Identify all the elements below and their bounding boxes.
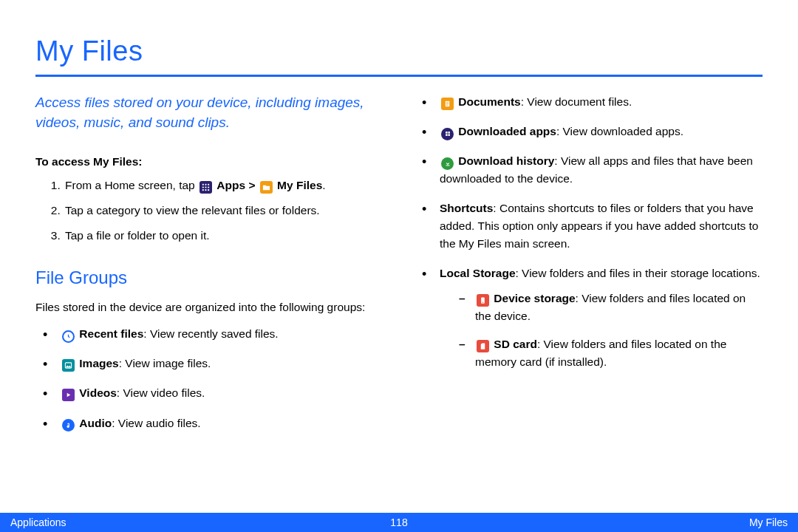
svg-point-1 [205, 184, 206, 185]
svg-point-5 [208, 187, 209, 188]
device-storage-label: Device storage [494, 292, 575, 304]
sd-card-label: SD card [494, 338, 537, 350]
document-page: My Files Access files stored on your dev… [0, 0, 798, 532]
svg-point-17 [482, 302, 483, 303]
video-icon [62, 389, 75, 401]
item-local-storage: Local Storage: View folders and files in… [426, 265, 763, 371]
page-title: My Files [35, 35, 763, 67]
item-videos: Videos: View video files. [47, 384, 383, 402]
footer-page-number: 118 [390, 516, 407, 528]
item-shortcuts: Shortcuts: Contains shortcuts to files o… [426, 200, 763, 253]
images-label: Images [79, 357, 118, 369]
document-icon [441, 98, 454, 110]
content-columns: Access files stored on your device, incl… [35, 93, 763, 444]
download-history-label: Download history [458, 154, 554, 167]
svg-point-0 [202, 184, 204, 185]
audio-icon [62, 419, 75, 432]
sd-card-icon [477, 340, 489, 352]
svg-rect-15 [446, 166, 449, 166]
footer-left: Applications [10, 516, 66, 528]
svg-point-4 [205, 187, 206, 188]
item-documents: Documents: View document files. [426, 93, 763, 111]
svg-rect-12 [448, 132, 450, 134]
svg-point-3 [202, 187, 204, 188]
svg-point-8 [208, 189, 209, 191]
step-1-apps: Apps [216, 179, 245, 191]
item-recent: Recent files: View recently saved files. [47, 325, 383, 343]
clock-icon [62, 330, 75, 343]
svg-point-2 [208, 184, 209, 185]
item-downloaded-apps: Downloaded apps: View downloaded apps. [426, 123, 763, 140]
documents-label: Documents [458, 95, 520, 108]
svg-rect-14 [448, 134, 450, 136]
device-storage-icon [477, 294, 489, 307]
recent-label: Recent files [79, 327, 143, 340]
shortcuts-label: Shortcuts [440, 202, 493, 214]
svg-point-6 [202, 189, 204, 191]
item-sd-card: SD card: View folders and files located … [463, 335, 763, 371]
step-2: Tap a category to view the relevant file… [64, 202, 383, 219]
item-download-history: Download history: View all apps and file… [426, 152, 763, 188]
local-storage-label: Local Storage [440, 267, 516, 279]
step-1-myfiles: My Files [277, 179, 322, 191]
videos-label: Videos [79, 386, 117, 399]
step-1-dot: . [322, 179, 325, 191]
page-footer: Applications 118 My Files [0, 513, 798, 532]
item-images: Images: View image files. [47, 355, 383, 372]
local-storage-sublist: Device storage: View folders and files l… [440, 290, 763, 371]
my-files-folder-icon [260, 181, 273, 194]
step-3: Tap a file or folder to open it. [64, 227, 383, 245]
apps-grid-icon [200, 181, 212, 194]
downloaded-apps-label: Downloaded apps [458, 125, 556, 137]
svg-point-7 [205, 189, 206, 191]
right-bullets: Documents: View document files. Download… [415, 93, 763, 371]
download-icon [441, 157, 454, 170]
svg-rect-13 [446, 134, 448, 136]
downloaded-apps-desc: : View downloaded apps. [556, 125, 683, 137]
recent-desc: : View recently saved files. [143, 327, 278, 340]
step-1-gt: > [248, 179, 258, 191]
local-storage-desc: : View folders and files in their storag… [516, 267, 760, 279]
svg-rect-11 [446, 132, 448, 134]
step-1: From a Home screen, tap Apps > [64, 177, 383, 194]
item-audio: Audio: View audio files. [47, 415, 383, 432]
footer-right: My Files [749, 516, 788, 528]
file-groups-para: Files stored in the device are organized… [35, 299, 383, 316]
documents-desc: : View document files. [521, 95, 632, 108]
access-steps: From a Home screen, tap Apps > [35, 177, 383, 245]
audio-label: Audio [79, 417, 112, 429]
audio-desc: : View audio files. [112, 417, 200, 429]
title-rule [35, 75, 763, 77]
image-icon [62, 359, 75, 372]
videos-desc: : View video files. [117, 386, 205, 399]
downloaded-apps-icon [441, 128, 454, 140]
right-column: Documents: View document files. Download… [415, 93, 763, 444]
left-column: Access files stored on your device, incl… [35, 93, 383, 444]
intro-text: Access files stored on your device, incl… [35, 93, 383, 132]
file-groups-heading: File Groups [35, 264, 383, 291]
access-heading: To access My Files: [35, 153, 383, 171]
item-device-storage: Device storage: View folders and files l… [463, 290, 763, 325]
left-bullets: Recent files: View recently saved files.… [35, 325, 383, 432]
step-1-part-a: From a Home screen, tap [65, 179, 198, 191]
images-desc: : View image files. [119, 357, 211, 369]
